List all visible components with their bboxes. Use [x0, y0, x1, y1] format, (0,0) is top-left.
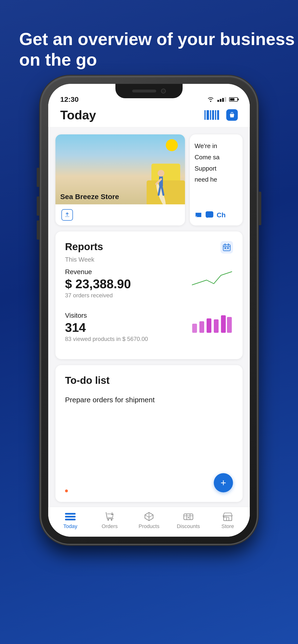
svg-rect-16: [192, 324, 197, 333]
todo-card: To-do list Prepare orders for shipment +: [55, 365, 243, 502]
svg-rect-17: [199, 321, 204, 333]
products-icon: [143, 512, 155, 521]
reports-card[interactable]: Reports: [55, 232, 243, 359]
nav-label-store: Store: [221, 523, 234, 530]
store-card-image: Sea Breeze Store: [55, 134, 185, 204]
revenue-sub: 37 orders received: [65, 292, 131, 299]
visitors-sub: 83 viewed products in $ 5670.00: [65, 336, 148, 342]
todo-item-1: Prepare orders for shipment: [65, 394, 233, 406]
app-content: Today: [48, 103, 250, 537]
svg-rect-19: [214, 319, 219, 333]
nav-label-today: Today: [63, 523, 77, 530]
phone-notch: [115, 84, 183, 98]
second-card-text: We're inCome saSupportneed he: [195, 140, 238, 211]
revenue-value: $ 23,388.90: [65, 277, 131, 291]
second-card-footer: Ch: [195, 211, 238, 220]
visitors-label: Visitors: [65, 312, 148, 319]
upload-icon[interactable]: [61, 209, 73, 221]
svg-rect-18: [207, 318, 211, 333]
page-title: Today: [60, 108, 96, 122]
barcode-icon[interactable]: [204, 110, 219, 120]
speaker: [132, 90, 156, 92]
chat-label: Ch: [217, 211, 226, 219]
reports-header: Reports: [65, 241, 233, 254]
revenue-chart: [190, 268, 233, 290]
cards-row: Sea Breeze Store: [55, 134, 243, 226]
status-icons: [207, 96, 238, 102]
svg-point-23: [111, 519, 112, 520]
svg-rect-15: [227, 248, 229, 249]
svg-rect-24: [184, 514, 193, 520]
store-name: Sea Breeze Store: [60, 192, 119, 201]
svg-rect-7: [65, 216, 69, 217]
store-card[interactable]: Sea Breeze Store: [55, 134, 185, 226]
svg-rect-20: [221, 315, 226, 333]
calendar-icon[interactable]: [221, 241, 233, 254]
fab-button[interactable]: +: [214, 473, 233, 492]
svg-rect-21: [227, 317, 232, 333]
visitors-value: 314: [65, 320, 148, 335]
svg-rect-8: [206, 211, 213, 218]
second-card: We're inCome saSupportneed he: [190, 134, 243, 226]
bottom-nav: Today Orders: [48, 507, 250, 537]
store-icon: [221, 512, 234, 521]
svg-rect-14: [225, 248, 226, 249]
todo-indicator: [65, 490, 68, 492]
revenue-label: Revenue: [65, 268, 131, 276]
phone-screen: 12:30: [48, 84, 250, 537]
svg-point-3: [158, 170, 164, 176]
nav-item-store[interactable]: Store: [208, 512, 247, 530]
svg-rect-30: [224, 516, 232, 520]
orders-icon: [103, 512, 116, 521]
header-icons: [204, 109, 238, 121]
svg-point-22: [107, 519, 109, 520]
nav-label-discounts: Discounts: [177, 523, 200, 530]
nav-item-today[interactable]: Today: [51, 512, 90, 530]
phone-device: 12:30: [41, 77, 257, 544]
nav-item-orders[interactable]: Orders: [90, 512, 129, 530]
wifi-icon: [207, 96, 215, 102]
battery-icon: [229, 97, 238, 102]
chat-icon: [205, 211, 214, 220]
svg-rect-31: [226, 517, 229, 520]
hero-text: Get an overview of your business on the …: [19, 29, 298, 70]
nav-label-products: Products: [139, 523, 160, 530]
signal-icon: [217, 97, 226, 102]
revenue-section: Revenue $ 23,388.90 37 orders received: [65, 268, 131, 306]
nav-label-orders: Orders: [101, 523, 117, 530]
store-card-footer: [55, 204, 185, 226]
visitors-section: Visitors 314 83 viewed products in $ 567…: [65, 312, 148, 350]
nav-item-discounts[interactable]: Discounts: [169, 512, 208, 530]
svg-rect-9: [223, 244, 230, 251]
status-time: 12:30: [60, 95, 79, 104]
bag-icon[interactable]: [226, 109, 238, 121]
reports-title: Reports: [65, 241, 103, 252]
todo-title: To-do list: [65, 375, 233, 386]
content-area: Sea Breeze Store: [48, 127, 250, 507]
svg-point-0: [210, 101, 211, 102]
discounts-icon: [182, 512, 195, 521]
visitors-chart: [190, 312, 233, 333]
today-icon: [64, 512, 77, 521]
app-header: Today: [48, 103, 250, 127]
camera: [161, 89, 166, 94]
nav-item-products[interactable]: Products: [129, 512, 169, 530]
reports-period: This Week: [65, 256, 233, 263]
